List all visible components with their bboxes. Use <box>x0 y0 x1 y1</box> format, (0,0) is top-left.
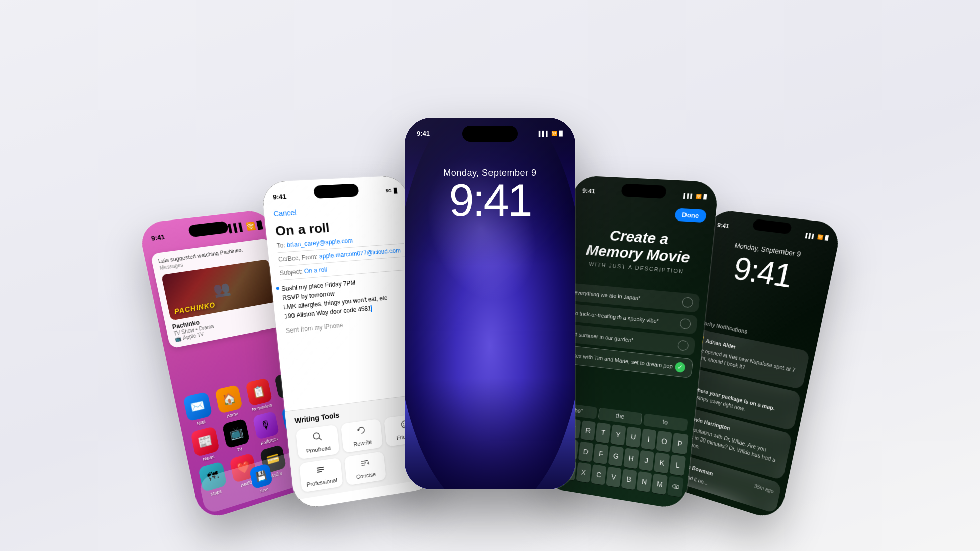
professional-label: Professional <box>306 477 337 488</box>
key-o[interactable]: O <box>656 430 672 452</box>
svg-point-3 <box>403 423 404 424</box>
email-body[interactable]: Sushi my place Friday 7PM RSVP by tomorr… <box>281 274 412 336</box>
dynamic-island-4 <box>621 183 667 199</box>
rewrite-label: Rewrite <box>353 438 372 447</box>
svg-rect-9 <box>361 462 366 464</box>
memory-check-1 <box>682 297 694 308</box>
svg-rect-6 <box>317 468 324 470</box>
memory-check-4: ✓ <box>674 361 686 373</box>
dock-save[interactable]: 💾 Save <box>249 463 274 495</box>
wifi-3: 🛜 <box>551 131 557 136</box>
tool-professional[interactable]: Professional <box>299 457 343 492</box>
memory-title: Create a Memory Movie WITH JUST A DESCRI… <box>565 224 714 276</box>
done-button[interactable]: Done <box>674 208 707 223</box>
app-reminders[interactable]: 📋 Reminders <box>243 377 275 413</box>
proofread-label: Proofread <box>306 444 331 454</box>
key-u[interactable]: U <box>625 426 641 448</box>
key-l[interactable]: L <box>670 454 687 476</box>
app-news-label: News <box>203 454 215 462</box>
sphere-bottom-fade <box>405 378 575 489</box>
signal-icon-1: ▌▌▌ <box>228 222 245 233</box>
messages-notification[interactable]: Luis suggested watching Pachinko. Messag… <box>150 238 288 348</box>
lockscreen-time-3: 9:41 <box>405 178 575 223</box>
battery-icon-1: ▉ <box>256 219 264 229</box>
dynamic-island-2 <box>313 183 359 199</box>
key-i[interactable]: I <box>641 428 657 450</box>
status-icons-1: ▌▌▌ 🛜 ▉ <box>228 219 264 233</box>
svg-rect-5 <box>317 466 324 468</box>
signal-4: ▌▌▌ <box>683 193 694 198</box>
phone-3: 9:41 ▌▌▌ 🛜 ▉ Monday, September 9 9:41 <box>405 118 575 489</box>
proofread-icon <box>312 430 323 445</box>
email-subject-text: On a roll <box>304 266 327 275</box>
memory-list: everything we ate in Japan* eo trick-or-… <box>561 283 700 381</box>
key-y[interactable]: Y <box>610 424 626 446</box>
battery-3: ▉ <box>559 131 563 136</box>
key-r[interactable]: R <box>580 420 596 441</box>
signal-5: ▌▌▌ <box>805 233 816 239</box>
wifi-4: 🛜 <box>696 194 702 199</box>
status-time-3: 9:41 <box>417 130 430 137</box>
dynamic-island-3 <box>462 126 518 142</box>
key-t[interactable]: T <box>595 422 611 443</box>
key-x[interactable]: X <box>576 462 592 483</box>
concise-icon <box>359 457 370 471</box>
battery-5: ▉ <box>825 235 829 240</box>
professional-icon <box>315 464 327 478</box>
phones-container: 9:41 ▌▌▌ 🛜 ▉ Luis suggested watching Pac… <box>138 37 842 514</box>
battery-icon-2: ▉ <box>394 187 398 193</box>
key-p[interactable]: P <box>672 432 689 454</box>
key-n[interactable]: N <box>636 471 652 492</box>
concise-label: Concise <box>356 471 376 480</box>
key-f[interactable]: F <box>593 443 609 464</box>
svg-rect-7 <box>317 471 322 473</box>
key-d[interactable]: D <box>578 441 594 462</box>
svg-rect-10 <box>361 464 365 466</box>
key-b[interactable]: B <box>621 469 637 490</box>
memory-item-text-2: eo trick-or-treating th a spooky vibe* <box>572 310 659 324</box>
memory-item-text-1: everything we ate in Japan* <box>574 289 641 301</box>
key-j[interactable]: J <box>639 450 655 471</box>
status-icons-5: ▌▌▌ 🛜 ▉ <box>805 233 829 241</box>
key-c[interactable]: C <box>591 464 607 485</box>
memory-item-text-3: ast summer in our garden* <box>570 330 634 343</box>
key-h[interactable]: H <box>623 448 639 469</box>
status-time-4: 9:41 <box>582 186 595 194</box>
email-to-address: brian_carey@apple.com <box>286 237 353 248</box>
wifi-icon-1: 🛜 <box>245 221 256 231</box>
tool-concise[interactable]: Concise <box>344 451 386 485</box>
key-g[interactable]: G <box>608 445 624 466</box>
status-time-5: 9:41 <box>717 221 730 229</box>
tool-proofread[interactable]: Proofread <box>296 424 340 459</box>
svg-rect-8 <box>361 460 368 462</box>
status-icons-2: 5G ▉ <box>385 187 398 193</box>
status-time-2: 9:41 <box>272 192 286 201</box>
wifi-5: 🛜 <box>817 234 823 240</box>
key-m[interactable]: M <box>652 473 668 495</box>
key-delete[interactable]: ⌫ <box>667 476 683 497</box>
svg-line-11 <box>368 462 369 463</box>
svg-line-1 <box>319 437 322 440</box>
app-mail[interactable]: ✉️ Mail <box>181 391 216 428</box>
app-tv[interactable]: 📺 TV <box>220 418 253 455</box>
battery-4: ▉ <box>703 194 707 199</box>
notif-sender-1: Adrian Alder <box>705 338 736 350</box>
signal-3: ▌▌▌ <box>539 131 549 136</box>
rewrite-icon <box>356 424 367 438</box>
app-podcasts[interactable]: 🎙 Podcasts <box>251 410 282 447</box>
status-icons-3: ▌▌▌ 🛜 ▉ <box>539 131 563 136</box>
app-home[interactable]: 🏠 Home <box>213 384 246 420</box>
key-k[interactable]: K <box>654 452 670 474</box>
suggestion-2[interactable]: the <box>598 407 642 425</box>
suggestion-3[interactable]: to <box>643 413 688 431</box>
status-icons-4: ▌▌▌ 🛜 ▉ <box>683 193 707 199</box>
email-header: Cancel On a roll To: brian_carey@apple.c… <box>264 202 421 337</box>
memory-check-2 <box>679 318 691 329</box>
notif-time-4: 35m ago <box>754 483 774 494</box>
memory-title-text: Create a Memory Movie <box>580 225 698 266</box>
status-time-1: 9:41 <box>150 232 165 241</box>
key-v[interactable]: V <box>606 466 621 487</box>
app-news[interactable]: 📰 News <box>188 425 223 464</box>
memory-check-3 <box>677 340 689 351</box>
tool-rewrite[interactable]: Rewrite <box>340 418 383 453</box>
